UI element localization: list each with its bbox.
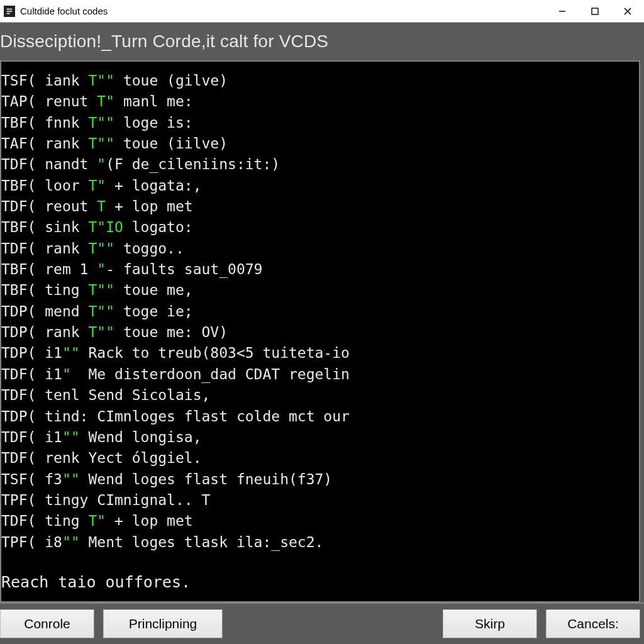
terminal-line: TSF( iank T"" toue (gilve) <box>1 70 635 91</box>
client-area: Disseciption!_Turn Corde,it calt for VCD… <box>0 23 644 644</box>
line-rest: toue (iilve) <box>114 135 228 152</box>
line-prefix: TDF( reout <box>1 198 97 214</box>
window-frame: Cultdide foclut codes Disseciption!_Turn… <box>0 0 644 644</box>
terminal-line: TPF( i8"" Ment loges tlask ila:_sec2. <box>1 532 635 553</box>
line-rest: Send Sicolais, <box>88 387 210 403</box>
line-token-green: " <box>97 261 106 277</box>
line-prefix: TDF( tenl <box>1 387 88 403</box>
line-prefix: TBF( rem 1 <box>1 261 97 277</box>
line-token-green: T" <box>88 177 106 194</box>
line-token-green: T" <box>88 513 106 529</box>
line-rest: logato: <box>123 219 193 235</box>
line-prefix: TSF( iank <box>1 72 88 89</box>
close-button[interactable] <box>611 0 644 23</box>
app-icon <box>4 6 15 17</box>
line-token-green: T"" <box>88 135 114 152</box>
skirp-button[interactable]: Skirp <box>443 609 537 638</box>
terminal-line: TBF( sink T"IO logato: <box>1 217 635 238</box>
line-rest: Wend longisa, <box>80 429 202 445</box>
terminal-line: TBF( loor T" + logata:, <box>1 175 635 196</box>
line-prefix: TSF( f3 <box>1 471 62 487</box>
line-rest: (F de_cileniins:it:) <box>106 156 280 172</box>
line-prefix: TBF( ting <box>1 282 88 298</box>
cancels-button[interactable]: Cancels: <box>546 609 640 638</box>
line-prefix: TDP( i1 <box>1 345 62 361</box>
line-rest: Yect ólggiel. <box>88 450 201 466</box>
terminal-line: TDF( i1" Me disterdoon_dad CDAT regelin <box>1 364 635 385</box>
line-prefix: TBF( fnnk <box>1 114 88 131</box>
line-prefix: TBF( loor <box>1 177 88 194</box>
terminal-line: TSF( f3"" Wend loges flast fneuih(f37) <box>1 469 635 490</box>
line-prefix: TDF( i1 <box>1 429 62 445</box>
page-heading: Disseciption!_Turn Corde,it calt for VCD… <box>0 31 644 52</box>
line-token-green: "" <box>62 429 80 445</box>
maximize-button[interactable] <box>579 0 611 23</box>
line-token-green: "" <box>62 534 80 550</box>
line-token-green: T"" <box>88 324 114 340</box>
svg-rect-5 <box>592 8 598 14</box>
line-token-green: T" <box>97 93 114 109</box>
button-bar: Conrole Princlipning Skirp Cancels: <box>0 602 644 644</box>
terminal-line: TDP( mend T"" toge ie; <box>1 301 635 322</box>
princlipning-button[interactable]: Princlipning <box>103 609 223 638</box>
line-token-green: T"" <box>88 114 114 131</box>
line-rest: toue me: OV) <box>114 324 228 340</box>
terminal-line: TAF( rank T"" toue (iilve) <box>1 133 635 154</box>
line-prefix: TAF( rank <box>1 135 88 152</box>
line-rest: toue me, <box>114 282 193 298</box>
line-token-green: T"" <box>88 240 114 257</box>
line-token-green: " <box>97 156 106 172</box>
line-rest: Rack to treub(803<5 tuiteta-io <box>80 345 350 361</box>
terminal-line: TAP( renut T" manl me: <box>1 91 635 112</box>
line-token-green: T"IO <box>88 219 123 235</box>
line-prefix: TPF( i8 <box>1 534 62 550</box>
line-prefix: TDP( mend <box>1 303 88 319</box>
line-rest: + logata:, <box>106 177 201 194</box>
terminal[interactable]: TSF( iank T"" toue (gilve)TAP( renut T" … <box>0 60 640 602</box>
terminal-line: TDF( i1"" Wend longisa, <box>1 427 635 448</box>
line-token-green: T"" <box>88 282 114 298</box>
terminal-line: TDP( rank T"" toue me: OV) <box>1 322 635 343</box>
terminal-line: TDP( tind: CImnloges flast colde mct our <box>1 406 635 427</box>
terminal-line: TBF( fnnk T"" loge is: <box>1 113 635 133</box>
terminal-line: TBF( rem 1 "- faults saut_0079 <box>1 259 635 280</box>
line-prefix: TAP( renut <box>1 93 97 109</box>
svg-rect-1 <box>7 8 13 9</box>
line-rest: - faults saut_0079 <box>106 261 262 277</box>
line-token-green: "" <box>62 345 80 361</box>
terminal-line: TDF( ting T" + lop met <box>1 511 635 531</box>
terminal-footer: Reach taio ouffores. <box>1 573 191 591</box>
line-rest: toggo.. <box>114 240 184 257</box>
titlebar[interactable]: Cultdide foclut codes <box>0 0 644 23</box>
line-prefix: TDF( i1 <box>1 366 62 382</box>
svg-rect-3 <box>7 13 10 14</box>
line-rest: Me disterdoon_dad CDAT regelin <box>71 366 350 382</box>
terminal-line: TBF( ting T"" toue me, <box>1 280 635 301</box>
line-prefix: TDF( ting <box>1 513 88 529</box>
line-rest: toge ie; <box>114 303 193 319</box>
line-prefix: TDF( nandt <box>1 156 97 172</box>
line-prefix: TDP( tind: <box>1 408 97 425</box>
line-rest: toue (gilve) <box>114 72 228 89</box>
line-rest: manl me: <box>114 93 193 109</box>
conrole-button[interactable]: Conrole <box>0 609 94 638</box>
minimize-button[interactable] <box>546 0 579 23</box>
line-rest: + lop met <box>106 198 192 214</box>
terminal-line: TDF( rank T"" toggo.. <box>1 238 635 259</box>
line-token-green: T <box>97 198 106 214</box>
terminal-line: TDF( renk Yect ólggiel. <box>1 448 635 469</box>
line-rest: Wend loges flast fneuih(f37) <box>80 471 333 487</box>
terminal-line: TDP( i1"" Rack to treub(803<5 tuiteta-io <box>1 343 635 364</box>
line-token-green: " <box>62 366 71 382</box>
terminal-line: TDF( nandt "(F de_cileniins:it:) <box>1 154 635 175</box>
heading-wrap: Disseciption!_Turn Corde,it calt for VCD… <box>0 23 644 60</box>
terminal-lines: TSF( iank T"" toue (gilve)TAP( renut T" … <box>1 70 635 553</box>
svg-rect-2 <box>7 11 13 12</box>
line-prefix: TDF( renk <box>1 450 88 466</box>
line-token-green: T"" <box>88 72 114 89</box>
terminal-line: TDF( reout T + lop met <box>1 196 635 217</box>
line-rest: loge is: <box>114 114 193 131</box>
line-prefix: TBF( sink <box>1 219 88 235</box>
line-token-green: "" <box>62 471 80 487</box>
line-rest: CImnloges flast colde mct our <box>97 408 350 425</box>
